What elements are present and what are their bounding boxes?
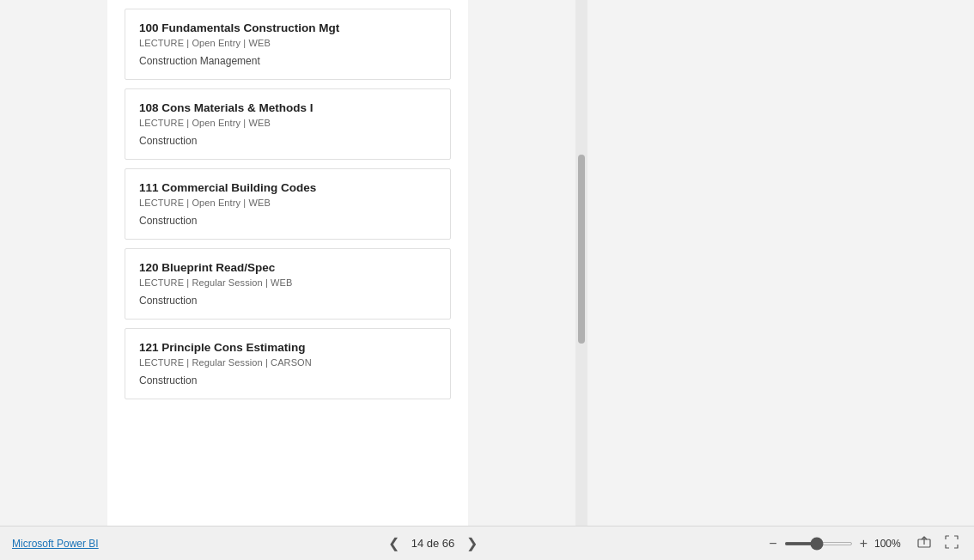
page-info: 14 de 66 (411, 537, 455, 550)
zoom-in-button[interactable]: + (858, 536, 869, 551)
page-container: 100 Fundamentals Construction MgtLECTURE… (107, 0, 468, 526)
scrollbar[interactable] (575, 0, 587, 526)
powerbi-link[interactable]: Microsoft Power BI (12, 538, 99, 550)
course-department: Construction (139, 295, 436, 307)
zoom-level: 100% (874, 538, 907, 550)
zoom-slider[interactable] (784, 542, 853, 545)
course-card[interactable]: 111 Commercial Building CodesLECTURE | O… (125, 168, 451, 240)
course-title: 111 Commercial Building Codes (139, 181, 436, 194)
course-title: 121 Principle Cons Estimating (139, 341, 436, 354)
course-meta: LECTURE | Open Entry | WEB (139, 198, 436, 208)
pagination: ❮ 14 de 66 ❯ (385, 535, 482, 551)
course-department: Construction Management (139, 55, 436, 67)
course-meta: LECTURE | Open Entry | WEB (139, 38, 436, 48)
zoom-controls: − + 100% (767, 536, 907, 551)
course-card[interactable]: 120 Blueprint Read/SpecLECTURE | Regular… (125, 248, 451, 320)
scrollbar-thumb[interactable] (578, 155, 585, 344)
zoom-out-button[interactable]: − (767, 536, 778, 551)
course-title: 100 Fundamentals Construction Mgt (139, 21, 436, 34)
bottom-right-controls: − + 100% (767, 533, 962, 553)
course-title: 108 Cons Materials & Methods I (139, 101, 436, 114)
right-panel (587, 0, 974, 526)
course-department: Construction (139, 374, 436, 387)
next-page-button[interactable]: ❯ (463, 535, 481, 551)
course-meta: LECTURE | Open Entry | WEB (139, 118, 436, 128)
fullscreen-button[interactable] (941, 533, 962, 553)
course-card[interactable]: 108 Cons Materials & Methods ILECTURE | … (125, 88, 451, 160)
course-card[interactable]: 121 Principle Cons EstimatingLECTURE | R… (125, 328, 451, 399)
prev-page-button[interactable]: ❮ (385, 535, 403, 551)
course-meta: LECTURE | Regular Session | CARSON (139, 357, 436, 368)
course-department: Construction (139, 135, 436, 147)
course-meta: LECTURE | Regular Session | WEB (139, 277, 436, 288)
content-panel: 100 Fundamentals Construction MgtLECTURE… (0, 0, 587, 526)
course-title: 120 Blueprint Read/Spec (139, 261, 436, 274)
share-button[interactable] (914, 533, 934, 553)
course-department: Construction (139, 215, 436, 227)
course-card[interactable]: 100 Fundamentals Construction MgtLECTURE… (125, 9, 451, 80)
main-area: 100 Fundamentals Construction MgtLECTURE… (0, 0, 974, 526)
bottom-bar: Microsoft Power BI ❮ 14 de 66 ❯ − + 100% (0, 526, 974, 560)
